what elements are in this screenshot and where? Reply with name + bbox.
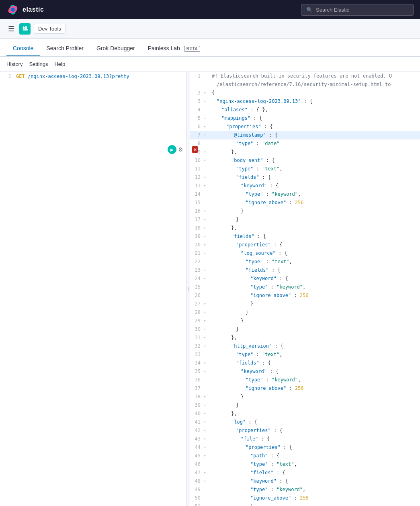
line-content: "body_sent" : { bbox=[209, 157, 420, 164]
fold-icon[interactable]: ▾ bbox=[204, 427, 209, 434]
response-line: /elasticsearch/reference/7.16/security-m… bbox=[190, 80, 420, 89]
fold-icon[interactable]: ▾ bbox=[204, 402, 209, 409]
fold-icon[interactable]: ▾ bbox=[204, 444, 209, 451]
history-button[interactable]: History bbox=[6, 61, 23, 67]
line-content: "path" : { bbox=[209, 452, 420, 460]
run-button[interactable]: ▶ bbox=[168, 145, 176, 154]
fold-icon[interactable]: ▾ bbox=[204, 503, 209, 506]
line-number: 11 bbox=[190, 165, 202, 173]
fold-icon[interactable]: ▾ bbox=[204, 182, 209, 190]
settings-button[interactable]: Settings bbox=[29, 61, 48, 67]
fold-icon[interactable]: ▾ bbox=[204, 241, 209, 249]
line-number: 1 bbox=[190, 72, 202, 80]
tab-search-profiler[interactable]: Search Profiler bbox=[40, 41, 90, 56]
response-line: 18▾}, bbox=[190, 224, 420, 232]
response-panel[interactable]: ✕ 1#! Elasticsearch built-in security fe… bbox=[190, 72, 420, 506]
line-content: "http_version" : { bbox=[209, 342, 420, 350]
elastic-logo-icon bbox=[6, 3, 19, 16]
fold-icon[interactable]: ▾ bbox=[204, 148, 209, 156]
hamburger-button[interactable]: ☰ bbox=[6, 23, 16, 35]
fold-icon[interactable]: ▾ bbox=[204, 275, 209, 283]
response-line: 46"type" : "text", bbox=[190, 460, 420, 469]
fold-icon[interactable]: ▾ bbox=[204, 216, 209, 223]
fold-icon[interactable]: ▾ bbox=[204, 224, 209, 232]
tab-grok-debugger[interactable]: Grok Debugger bbox=[90, 41, 141, 56]
line-content: "fields" : { bbox=[209, 359, 420, 367]
fold-icon[interactable]: ▾ bbox=[204, 98, 209, 105]
response-line: 21▾"log_source" : { bbox=[190, 249, 420, 258]
dev-tools-icon: 棋 bbox=[19, 23, 31, 35]
line-number: 44 bbox=[190, 444, 202, 451]
fold-icon[interactable]: ▾ bbox=[204, 233, 209, 240]
response-line: 7▾"@timestamp" : { bbox=[190, 131, 420, 139]
line-content: "fields" : { bbox=[209, 266, 420, 274]
tab-console[interactable]: Console bbox=[6, 41, 40, 56]
fold-icon[interactable]: ▾ bbox=[204, 477, 209, 485]
fold-icon[interactable]: ▾ bbox=[204, 334, 209, 342]
line-content: }, bbox=[209, 334, 420, 342]
line-content: "keyword" : { bbox=[209, 182, 420, 190]
response-line: 49"type" : "keyword", bbox=[190, 486, 420, 494]
line-content: "fields" : { bbox=[209, 174, 420, 181]
fold-icon[interactable]: ▾ bbox=[204, 326, 209, 333]
wrench-button[interactable]: ⚙ bbox=[178, 145, 183, 154]
fold-icon[interactable]: ▾ bbox=[204, 359, 209, 367]
fold-icon[interactable]: ▾ bbox=[204, 250, 209, 257]
response-line: 38▾} bbox=[190, 393, 420, 401]
fold-icon[interactable]: ▾ bbox=[204, 452, 209, 460]
fold-icon[interactable]: ▾ bbox=[204, 393, 209, 401]
close-response-button[interactable]: ✕ bbox=[192, 146, 198, 153]
line-content: "properties" : { bbox=[209, 123, 420, 131]
dev-tools-button[interactable]: Dev Tools bbox=[34, 24, 66, 34]
line-content: "fields" : { bbox=[209, 233, 420, 240]
line-number: 18 bbox=[190, 224, 202, 232]
tab-painless-lab[interactable]: Painless Lab BETA bbox=[141, 41, 207, 56]
response-line: 33"type" : "text", bbox=[190, 350, 420, 359]
line-number: 5 bbox=[190, 115, 202, 122]
fold-icon[interactable]: ▾ bbox=[204, 469, 209, 477]
line-content: "@timestamp" : { bbox=[209, 131, 420, 139]
search-placeholder: Search Elastic bbox=[316, 7, 349, 13]
response-line: 31▾}, bbox=[190, 334, 420, 342]
response-line: 10▾"body_sent" : { bbox=[190, 156, 420, 165]
editor-request-line[interactable]: 1 GET /nginx-access-log-2023.09.13?prett… bbox=[0, 72, 186, 81]
line-content: }, bbox=[209, 148, 420, 156]
fold-icon[interactable]: ▾ bbox=[204, 435, 209, 443]
line-content: } bbox=[209, 326, 420, 333]
fold-icon[interactable]: ▾ bbox=[204, 300, 209, 308]
search-bar[interactable]: 🔍 Search Elastic bbox=[301, 4, 414, 16]
line-number: 46 bbox=[190, 461, 202, 468]
line-number: 24 bbox=[190, 275, 202, 283]
help-button[interactable]: Help bbox=[54, 61, 65, 67]
line-content: "type" : "date" bbox=[209, 140, 420, 147]
line-content: "type" : "keyword", bbox=[209, 191, 420, 198]
line-content: "ignore_above" : 256 bbox=[209, 199, 420, 207]
line-content: "aliases" : { }, bbox=[209, 106, 420, 114]
response-line: 3▾"nginx-access-log-2023.09.13" : { bbox=[190, 97, 420, 106]
line-content: } bbox=[209, 503, 420, 506]
line-number: 22 bbox=[190, 258, 202, 266]
response-line: 17▾} bbox=[190, 215, 420, 224]
fold-icon[interactable]: ▾ bbox=[204, 207, 209, 215]
line-content: "file" : { bbox=[209, 435, 420, 443]
fold-icon[interactable]: ▾ bbox=[204, 89, 209, 97]
fold-icon[interactable]: ▾ bbox=[204, 418, 209, 426]
fold-icon[interactable]: ▾ bbox=[204, 123, 209, 131]
fold-icon[interactable]: ▾ bbox=[204, 368, 209, 375]
response-line: 29▾} bbox=[190, 317, 420, 325]
beta-badge: BETA bbox=[184, 46, 200, 52]
fold-icon[interactable]: ▾ bbox=[204, 115, 209, 122]
fold-icon[interactable]: ▾ bbox=[204, 157, 209, 164]
fold-icon[interactable]: ▾ bbox=[204, 410, 209, 418]
response-line: 30▾} bbox=[190, 325, 420, 334]
fold-icon[interactable]: ▾ bbox=[204, 317, 209, 325]
line-content: "properties" : { bbox=[209, 444, 420, 451]
line-number: 20 bbox=[190, 241, 202, 249]
fold-icon[interactable]: ▾ bbox=[204, 266, 209, 274]
resize-handle[interactable]: ‖ bbox=[187, 72, 190, 506]
fold-icon[interactable]: ▾ bbox=[204, 342, 209, 350]
line-number: 32 bbox=[190, 342, 202, 350]
fold-icon[interactable]: ▾ bbox=[204, 309, 209, 316]
fold-icon[interactable]: ▾ bbox=[204, 174, 209, 181]
fold-icon[interactable]: ▾ bbox=[204, 131, 209, 139]
